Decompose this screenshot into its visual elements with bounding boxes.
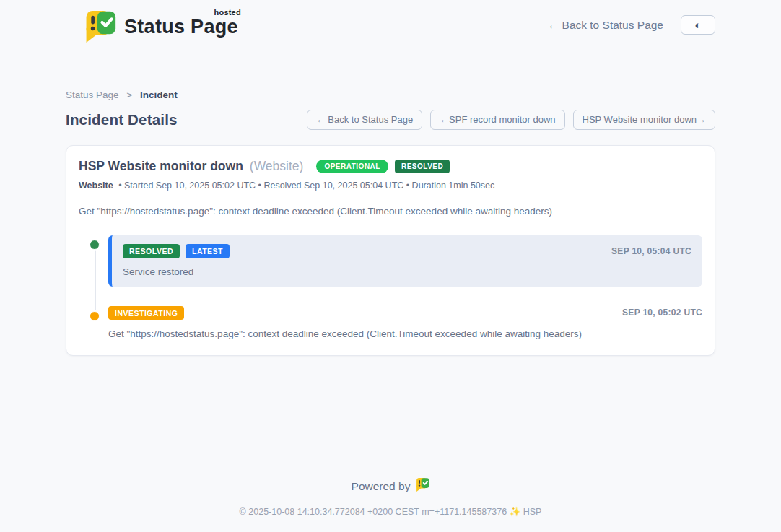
breadcrumb-separator: > <box>126 90 132 100</box>
half-circle-theme-icon: ◐ <box>694 19 701 30</box>
main-content: Status Page > Incident Incident Details … <box>66 90 715 356</box>
back-to-status-page-button[interactable]: ← Back to Status Page <box>307 110 422 130</box>
breadcrumb-status-page-link[interactable]: Status Page <box>66 90 119 100</box>
theme-toggle-button[interactable]: ◐ <box>681 15 715 35</box>
powered-by-label: Powered by <box>352 480 411 493</box>
page-title: Incident Details <box>66 111 178 128</box>
timeline-connector-line <box>95 250 96 316</box>
breadcrumb: Status Page > Incident <box>66 90 715 100</box>
timeline-entry-latest: RESOLVED LATEST SEP 10, 05:04 UTC Servic… <box>108 235 702 287</box>
header: Status Page hosted ← Back to Status Page… <box>0 0 781 44</box>
incident-card: HSP Website monitor down (Website) OPERA… <box>66 145 715 356</box>
timeline-entry-timestamp: SEP 10, 05:04 UTC <box>611 246 691 256</box>
incident-meta-details: • Started Sep 10, 2025 05:02 UTC • Resol… <box>118 180 494 191</box>
timeline-dot-investigating <box>90 311 100 321</box>
logo-text: Status Page hosted <box>124 16 241 38</box>
timeline-entry-message: Service restored <box>123 266 691 277</box>
timeline-latest-badge: LATEST <box>186 244 230 258</box>
timeline-entry-message: Get "https://hostedstatus.page": context… <box>108 328 702 339</box>
incident-description: Get "https://hostedstatus.page": context… <box>79 206 702 217</box>
operational-badge: OPERATIONAL <box>316 160 388 173</box>
incident-title: HSP Website monitor down <box>79 159 243 174</box>
footer: Powered by © 2025-10-08 14:10:34.772084 … <box>0 477 781 532</box>
timeline-entry-investigating: INVESTIGATING SEP 10, 05:02 UTC Get "htt… <box>108 306 702 340</box>
incident-meta-component: Website <box>79 180 113 191</box>
resolved-status-badge: RESOLVED <box>395 160 450 173</box>
incident-timeline: RESOLVED LATEST SEP 10, 05:04 UTC Servic… <box>79 235 702 339</box>
statuspage-logo-icon <box>84 9 116 44</box>
next-incident-button[interactable]: HSP Website monitor down→ <box>573 110 715 130</box>
copyright-text: © 2025-10-08 14:10:34.772084 +0200 CEST … <box>0 506 781 517</box>
hosted-badge: hosted <box>214 8 241 17</box>
incident-meta: Website • Started Sep 10, 2025 05:02 UTC… <box>79 180 702 191</box>
header-back-to-status-page-link[interactable]: ← Back to Status Page <box>548 19 663 32</box>
timeline-resolved-badge: RESOLVED <box>123 244 180 258</box>
timeline-dot-resolved <box>90 240 100 250</box>
incident-nav-buttons: ← Back to Status Page ←SPF record monito… <box>307 110 715 130</box>
incident-component: (Website) <box>250 159 304 174</box>
timeline-investigating-badge: INVESTIGATING <box>108 306 184 320</box>
breadcrumb-current: Incident <box>140 90 178 100</box>
timeline-entry-timestamp: SEP 10, 05:02 UTC <box>622 308 702 318</box>
hsp-logo-icon <box>416 477 429 495</box>
prev-incident-button[interactable]: ←SPF record monitor down <box>430 110 564 130</box>
statuspage-logo[interactable]: Status Page hosted <box>84 9 241 44</box>
